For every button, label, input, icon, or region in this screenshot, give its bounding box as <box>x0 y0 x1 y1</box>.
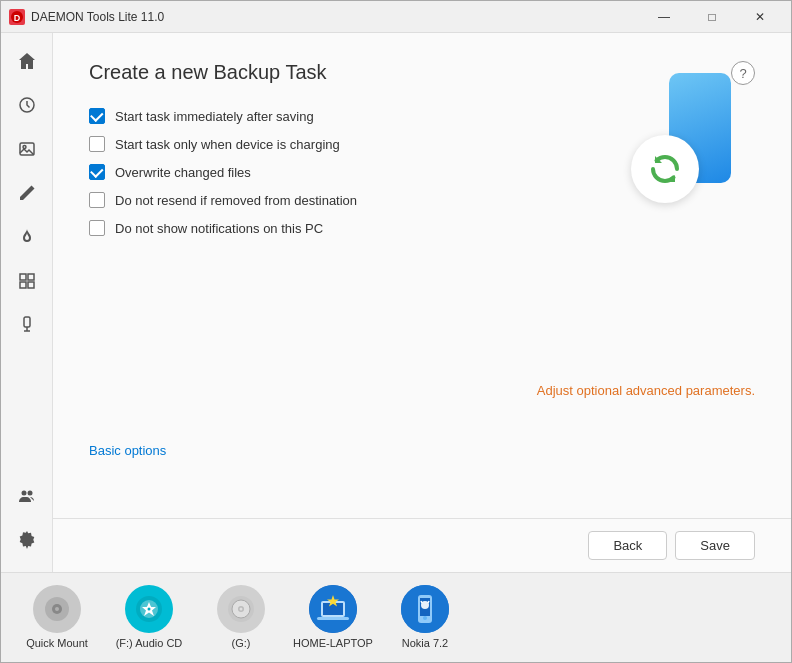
content-main: ? Create a new Backup Task Start task im… <box>53 33 791 518</box>
checkbox-label-5: Do not show notifications on this PC <box>115 221 323 236</box>
sidebar-item-clock[interactable] <box>7 85 47 125</box>
svg-line-35 <box>421 601 422 603</box>
svg-rect-28 <box>317 617 349 620</box>
sidebar-item-burn[interactable] <box>7 217 47 257</box>
checkbox-5[interactable] <box>89 220 105 236</box>
taskbar-item-nokia[interactable]: Nokia 7.2 <box>385 585 465 650</box>
svg-line-36 <box>428 601 429 603</box>
checkbox-2[interactable] <box>89 136 105 152</box>
svg-point-10 <box>21 491 26 496</box>
save-button[interactable]: Save <box>675 531 755 560</box>
app-icon: D <box>9 9 25 25</box>
home-laptop-icon <box>309 585 357 633</box>
taskbar: Quick Mount (F:) Audio CD <box>1 572 791 662</box>
backup-illustration <box>631 73 731 203</box>
sidebar-item-edit[interactable] <box>7 173 47 213</box>
main-window: D DAEMON Tools Lite 11.0 — □ ✕ <box>0 0 792 663</box>
sidebar-item-people[interactable] <box>7 476 47 516</box>
content-area: ? Create a new Backup Task Start task im… <box>53 33 791 572</box>
quick-mount-label: Quick Mount <box>26 637 88 650</box>
audio-cd-icon <box>125 585 173 633</box>
svg-point-33 <box>423 616 427 620</box>
taskbar-item-home-laptop[interactable]: HOME-LAPTOP <box>293 585 373 650</box>
basic-options-link[interactable]: Basic options <box>89 443 166 458</box>
help-button[interactable]: ? <box>731 61 755 85</box>
quick-mount-icon <box>33 585 81 633</box>
svg-rect-6 <box>28 274 34 280</box>
advanced-params-text[interactable]: Adjust optional advanced parameters. <box>537 383 755 398</box>
minimize-button[interactable]: — <box>641 1 687 33</box>
sync-icon <box>631 135 699 203</box>
taskbar-item-quick-mount[interactable]: Quick Mount <box>17 585 97 650</box>
checkbox-3[interactable] <box>89 164 105 180</box>
g-drive-label: (G:) <box>232 637 251 650</box>
sidebar-item-images[interactable] <box>7 129 47 169</box>
svg-point-20 <box>148 607 151 610</box>
checkbox-row-5: Do not show notifications on this PC <box>89 220 755 236</box>
maximize-button[interactable]: □ <box>689 1 735 33</box>
main-area: ? Create a new Backup Task Start task im… <box>1 33 791 572</box>
back-button[interactable]: Back <box>588 531 667 560</box>
svg-rect-8 <box>28 282 34 288</box>
taskbar-item-audio-cd[interactable]: (F:) Audio CD <box>109 585 189 650</box>
checkbox-label-1: Start task immediately after saving <box>115 109 314 124</box>
sidebar-item-scan[interactable] <box>7 261 47 301</box>
svg-point-4 <box>23 146 26 149</box>
sidebar-item-device[interactable] <box>7 305 47 345</box>
close-button[interactable]: ✕ <box>737 1 783 33</box>
checkbox-label-3: Overwrite changed files <box>115 165 251 180</box>
taskbar-item-g-drive[interactable]: (G:) <box>201 585 281 650</box>
checkbox-label-4: Do not resend if removed from destinatio… <box>115 193 357 208</box>
checkbox-4[interactable] <box>89 192 105 208</box>
svg-rect-5 <box>20 274 26 280</box>
svg-point-24 <box>240 607 243 610</box>
title-bar: D DAEMON Tools Lite 11.0 — □ ✕ <box>1 1 791 33</box>
sidebar-item-home[interactable] <box>7 41 47 81</box>
action-buttons: Back Save <box>53 518 791 572</box>
svg-rect-9 <box>24 317 30 327</box>
svg-point-16 <box>55 607 59 611</box>
window-title: DAEMON Tools Lite 11.0 <box>31 10 641 24</box>
home-laptop-label: HOME-LAPTOP <box>293 637 373 650</box>
checkbox-1[interactable] <box>89 108 105 124</box>
svg-rect-7 <box>20 282 26 288</box>
checkbox-label-2: Start task only when device is charging <box>115 137 340 152</box>
window-controls: — □ ✕ <box>641 1 783 33</box>
sidebar-item-settings[interactable] <box>7 520 47 560</box>
sidebar <box>1 33 53 572</box>
svg-text:D: D <box>14 13 21 23</box>
g-drive-icon <box>217 585 265 633</box>
nokia-label: Nokia 7.2 <box>402 637 448 650</box>
svg-point-11 <box>27 491 32 496</box>
svg-rect-27 <box>323 603 343 615</box>
nokia-icon <box>401 585 449 633</box>
audio-cd-label: (F:) Audio CD <box>116 637 183 650</box>
